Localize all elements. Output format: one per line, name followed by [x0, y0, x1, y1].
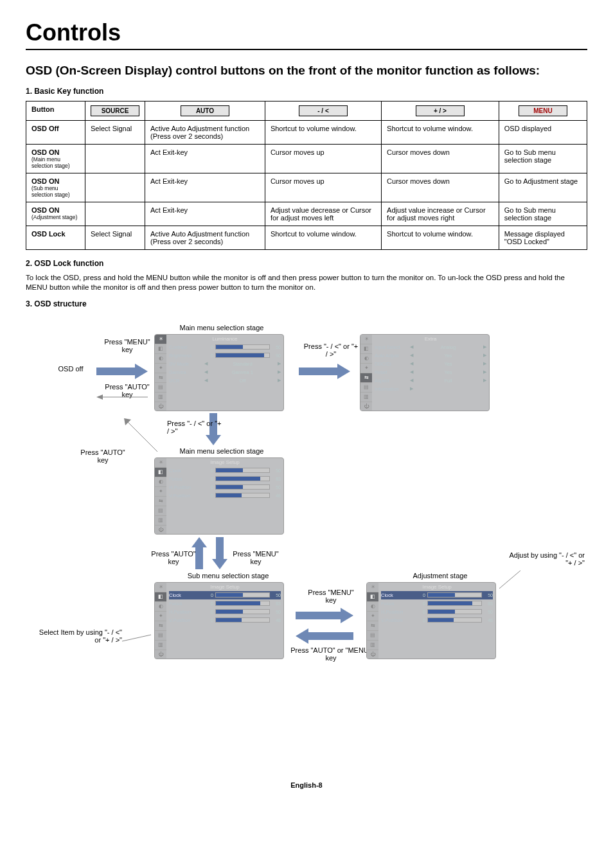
label-adjust-by: Adjust by using "- / <" or "+ / >"	[501, 551, 585, 567]
title-rule	[26, 49, 587, 50]
nav-icon: ◧	[360, 344, 372, 354]
nav-icon: ⇆	[155, 497, 166, 506]
arrow-right-1	[96, 364, 148, 379]
nav-icon: ☀	[367, 583, 378, 592]
nav-icon: ✦	[155, 487, 166, 497]
subheading-3: 3. OSD structure	[26, 299, 587, 308]
label-osd-off: OSD off	[51, 365, 90, 373]
panel-title: Image Setup	[381, 584, 493, 590]
nav-icon: ▥	[367, 641, 378, 650]
nav-icon: ✦	[360, 364, 372, 373]
label-press-pm-1: Press "- / <" or "+ / >"	[302, 342, 360, 358]
arrow-right-3	[296, 608, 353, 623]
nav-icon: ▤	[360, 383, 372, 393]
nav-icon: ⏻	[155, 402, 166, 411]
nav-icon: ◐	[367, 602, 378, 612]
nav-icon: ▤	[155, 506, 166, 516]
nav-icon: ◐	[155, 602, 166, 612]
nav-icon: ☀	[155, 458, 166, 468]
osd-panel-image-sub: ☀ ◧ ◐ ✦ ⇆ ▤ ▥ ⏻ Image SetupClock050Focus…	[154, 582, 284, 659]
label-press-auto-3: Press "AUTO" key	[151, 550, 196, 565]
th-plus: + / >	[382, 101, 499, 120]
label-press-auto-2: Press "AUTO" key	[77, 448, 129, 464]
arrow-diag-1	[122, 416, 161, 455]
nav-icon: ⇆	[155, 621, 166, 631]
panel-title: Luminance	[169, 336, 281, 342]
svg-marker-7	[191, 537, 207, 569]
nav-icon: ⇆	[360, 373, 372, 383]
plus-button-label: + / >	[416, 105, 465, 116]
nav-icon: ▤	[155, 383, 166, 393]
table-row: OSD ON(Sub menu selection stage)Act Exit…	[26, 173, 587, 202]
nav-icon: ▥	[360, 393, 372, 402]
nav-icon: ⇆	[155, 373, 166, 383]
page-footer: English-8	[26, 781, 587, 789]
panel-title: Image Setup	[169, 459, 281, 465]
nav-icon: ⏻	[360, 402, 372, 411]
svg-line-9	[122, 635, 151, 641]
svg-marker-2	[96, 394, 103, 400]
nav-icon: ⇆	[367, 621, 378, 631]
label-press-auto-or-menu: Press "AUTO" or "MENU" key	[289, 646, 373, 662]
svg-marker-0	[96, 364, 148, 379]
nav-icon: ⏻	[155, 650, 166, 659]
arrow-pointer-2	[498, 571, 524, 590]
nav-icon: ▥	[155, 393, 166, 402]
th-menu: MENU	[499, 101, 587, 120]
nav-icon: ◧	[367, 592, 378, 602]
nav-icon: ▤	[367, 631, 378, 641]
section-heading: OSD (On-Screen Display) control buttons …	[26, 63, 587, 79]
arrow-pointer-1	[122, 633, 154, 643]
nav-icon: ◧	[155, 468, 166, 477]
nav-icon: ▤	[155, 631, 166, 641]
nav-icon: ☀	[360, 335, 372, 344]
svg-marker-3	[299, 364, 350, 379]
osd-structure-diagram: OSD off Press "MENU" key Press "AUTO" ke…	[26, 314, 587, 776]
th-auto: AUTO	[145, 101, 265, 120]
nav-icon: ☀	[155, 335, 166, 344]
osd-panel-image-adj: ☀ ◧ ◐ ✦ ⇆ ▤ ▥ ⏻ Image SetupClock050Focus…	[366, 582, 496, 659]
nav-icon: ◐	[360, 354, 372, 364]
source-button-label: SOURCE	[91, 105, 139, 116]
svg-marker-8	[212, 537, 227, 569]
arrow-down-2	[212, 537, 227, 569]
label-main-stage-1: Main menu selection stage	[164, 324, 280, 332]
panel-title: Image Setup	[169, 584, 281, 590]
nav-icon: ◧	[155, 344, 166, 354]
osd-panel-extra: ☀ ◧ ◐ ✦ ⇆ ▤ ▥ ⏻ ExtraInput Select◀Analog…	[360, 334, 490, 411]
subheading-1: 1. Basic Key function	[26, 87, 587, 96]
nav-icon: ✦	[367, 612, 378, 621]
auto-button-label: AUTO	[181, 105, 229, 116]
th-button: Button	[26, 101, 85, 120]
arrow-left-1	[96, 394, 148, 400]
nav-icon: ◧	[155, 592, 166, 602]
nav-icon: ▥	[155, 641, 166, 650]
table-row: OSD ON(Main menu selection stage)Act Exi…	[26, 144, 587, 173]
table-row: OSD LockSelect SignalActive Auto Adjustm…	[26, 226, 587, 249]
label-press-menu-2: Press "MENU" key	[230, 550, 281, 565]
svg-line-12	[499, 571, 520, 589]
nav-icon: ◐	[155, 477, 166, 487]
th-source: SOURCE	[85, 101, 145, 120]
label-select-item: Select Item by using "- / <" or "+ / >"	[32, 628, 122, 644]
panel-title: Extra	[375, 336, 486, 342]
nav-icon: ✦	[155, 612, 166, 621]
svg-line-5	[127, 421, 157, 452]
osd-panel-luminance: ☀ ◧ ◐ ✦ ⇆ ▤ ▥ ⏻ LuminanceContrast050Brig…	[154, 334, 284, 411]
minus-button-label: - / <	[299, 105, 348, 116]
nav-icon: ⏻	[155, 526, 166, 535]
key-function-table: Button SOURCE AUTO - / < + / > MENU OSD …	[26, 101, 587, 250]
nav-icon: ◐	[155, 354, 166, 364]
table-row: OSD OffSelect SignalActive Auto Adjustme…	[26, 120, 587, 144]
menu-button-label: MENU	[519, 105, 567, 116]
osd-panel-image-main: ☀ ◧ ◐ ✦ ⇆ ▤ ▥ ⏻ Image SetupClock050Focus…	[154, 457, 284, 535]
nav-icon: ✦	[155, 364, 166, 373]
nav-icon: ⏻	[367, 650, 378, 659]
th-minus: - / <	[265, 101, 381, 120]
label-main-stage-2: Main menu selection stage	[164, 447, 280, 455]
page-title: Controls	[26, 19, 587, 46]
arrow-left-2	[296, 628, 353, 644]
label-press-menu-1: Press "MENU" key	[102, 338, 153, 353]
label-sub-stage: Sub menu selection stage	[170, 572, 286, 580]
label-adj-stage: Adjustment stage	[389, 572, 492, 580]
